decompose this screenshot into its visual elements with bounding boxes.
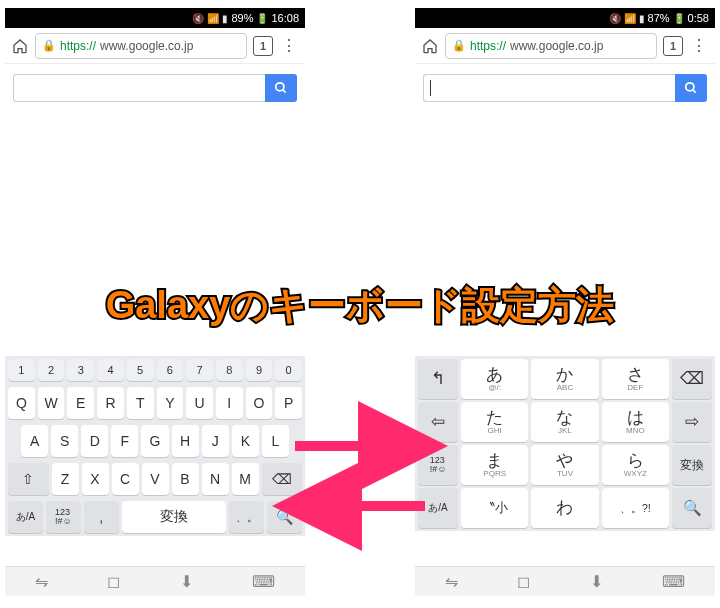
tenkey-key[interactable]: なJKL (531, 402, 598, 442)
status-time: 0:58 (688, 12, 709, 24)
battery-icon: 🔋 (673, 13, 685, 24)
tenkey-grid: ↰ あ@/: かABC さDEF ⌫ ⇦ たGHI なJKL はMNO ⇨ 12… (415, 356, 715, 531)
kb-key[interactable]: P (275, 387, 302, 419)
kb-key[interactable]: Y (157, 387, 184, 419)
kb-key[interactable]: 2 (38, 359, 65, 381)
kb-key[interactable]: C (112, 463, 139, 495)
signal-icon: ▮ (639, 13, 645, 24)
battery-percent: 87% (648, 12, 670, 24)
kb-key[interactable]: H (172, 425, 199, 457)
kb-key[interactable]: 5 (127, 359, 154, 381)
tenkey-key[interactable]: わ (531, 488, 598, 528)
kb-space-key[interactable]: 変換 (122, 501, 227, 533)
kb-key[interactable]: Z (52, 463, 79, 495)
nav-back[interactable]: ⬇ (180, 572, 193, 591)
lock-icon: 🔒 (42, 39, 56, 52)
google-search-row (5, 64, 305, 110)
kb-key[interactable]: O (246, 387, 273, 419)
kb-key[interactable]: 9 (246, 359, 273, 381)
menu-button[interactable]: ⋮ (279, 36, 299, 55)
search-input[interactable] (13, 74, 265, 102)
url-https: https:// (60, 39, 96, 53)
kb-key[interactable]: A (21, 425, 48, 457)
tenkey-undo[interactable]: ↰ (418, 359, 458, 399)
home-icon[interactable] (421, 37, 439, 55)
kb-key[interactable]: N (202, 463, 229, 495)
tenkey-search[interactable]: 🔍 (672, 488, 712, 528)
text-cursor (430, 80, 431, 96)
kb-key[interactable]: B (172, 463, 199, 495)
home-icon[interactable] (11, 37, 29, 55)
tenkey-key[interactable]: らWXYZ (602, 445, 669, 485)
tab-count[interactable]: 1 (253, 36, 273, 56)
kb-comma-key[interactable]: , (84, 501, 119, 533)
kb-key[interactable]: X (82, 463, 109, 495)
nav-recents[interactable]: ⇋ (35, 572, 48, 591)
tab-count[interactable]: 1 (663, 36, 683, 56)
signal-icon: ▮ (222, 13, 228, 24)
search-button[interactable] (675, 74, 707, 102)
svg-point-2 (686, 83, 694, 91)
tenkey-key[interactable]: あ@/: (461, 359, 528, 399)
kb-key[interactable]: R (97, 387, 124, 419)
kb-key[interactable]: L (262, 425, 289, 457)
kb-key[interactable]: 8 (216, 359, 243, 381)
nav-recents[interactable]: ⇋ (445, 572, 458, 591)
nav-home[interactable]: ◻ (107, 572, 120, 591)
kb-key[interactable]: F (111, 425, 138, 457)
kb-key[interactable]: 6 (157, 359, 184, 381)
nav-back[interactable]: ⬇ (590, 572, 603, 591)
search-button[interactable] (265, 74, 297, 102)
kb-key[interactable]: 7 (186, 359, 213, 381)
kb-key[interactable]: S (51, 425, 78, 457)
kb-key[interactable]: W (38, 387, 65, 419)
tenkey-key[interactable]: 、。?! (602, 488, 669, 528)
url-field[interactable]: 🔒 https://www.google.co.jp (35, 33, 247, 59)
kb-lang-toggle[interactable]: あ/A (8, 501, 43, 533)
phone-right: 🔇 📶 ▮ 87% 🔋 0:58 🔒 https://www.google.co… (415, 8, 715, 110)
kb-key[interactable]: 4 (97, 359, 124, 381)
svg-line-3 (693, 90, 696, 93)
tenkey-key[interactable]: はMNO (602, 402, 669, 442)
kb-symbols-key[interactable]: 123 !#☺ (46, 501, 81, 533)
nav-keyboard-hide[interactable]: ⌨ (662, 572, 685, 591)
arrow-right (290, 432, 440, 464)
kb-key[interactable]: 3 (67, 359, 94, 381)
tenkey-key[interactable]: さDEF (602, 359, 669, 399)
tenkey-key[interactable]: かABC (531, 359, 598, 399)
overlay-title: Galaxyのキーボード設定方法 (0, 280, 720, 331)
wifi-icon: 📶 (207, 13, 219, 24)
tenkey-key[interactable]: やTUV (531, 445, 598, 485)
nav-home[interactable]: ◻ (517, 572, 530, 591)
lock-icon: 🔒 (452, 39, 466, 52)
kb-key[interactable]: E (67, 387, 94, 419)
kb-key[interactable]: 0 (275, 359, 302, 381)
tenkey-henkan[interactable]: 変換 (672, 445, 712, 485)
kb-key[interactable]: K (232, 425, 259, 457)
nav-keyboard-hide[interactable]: ⌨ (252, 572, 275, 591)
tenkey-key[interactable]: 〝小 (461, 488, 528, 528)
tenkey-key[interactable]: まPQRS (461, 445, 528, 485)
kb-key[interactable]: D (81, 425, 108, 457)
kb-key[interactable]: Q (8, 387, 35, 419)
kb-key[interactable]: G (141, 425, 168, 457)
wifi-icon: 📶 (624, 13, 636, 24)
kb-punct-key[interactable]: 、。 (229, 501, 264, 533)
tenkey-backspace[interactable]: ⌫ (672, 359, 712, 399)
arrow-left (280, 492, 430, 524)
tenkey-key[interactable]: たGHI (461, 402, 528, 442)
kb-key[interactable]: U (186, 387, 213, 419)
url-field[interactable]: 🔒 https://www.google.co.jp (445, 33, 657, 59)
kb-key[interactable]: V (142, 463, 169, 495)
kb-shift-key[interactable]: ⇧ (8, 463, 49, 495)
kb-key[interactable]: 1 (8, 359, 35, 381)
kb-key[interactable]: J (202, 425, 229, 457)
kb-key[interactable]: M (232, 463, 259, 495)
menu-button[interactable]: ⋮ (689, 36, 709, 55)
kb-key[interactable]: T (127, 387, 154, 419)
kb-backspace-key[interactable]: ⌫ (262, 463, 303, 495)
search-input[interactable] (423, 74, 675, 102)
tenkey-right[interactable]: ⇨ (672, 402, 712, 442)
kb-key[interactable]: I (216, 387, 243, 419)
svg-point-0 (276, 83, 284, 91)
